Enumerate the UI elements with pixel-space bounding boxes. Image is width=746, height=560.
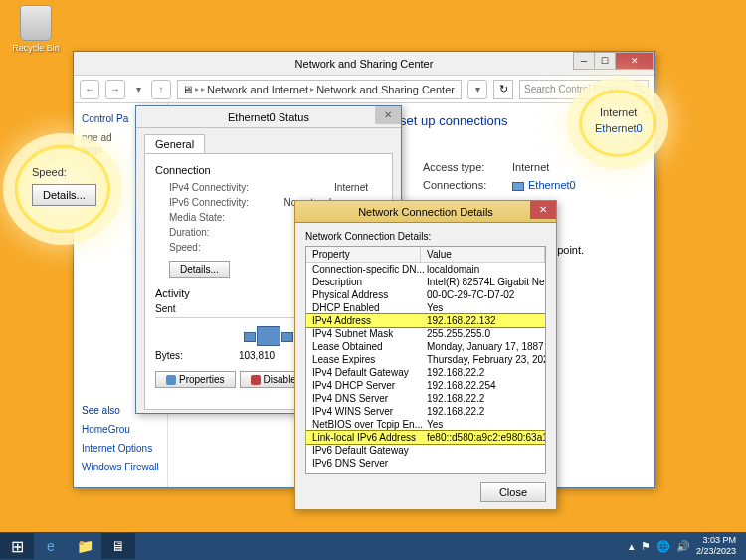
crumb-1[interactable]: Network and Sharing Center	[316, 84, 455, 95]
history-dropdown[interactable]: ▾	[131, 80, 145, 99]
list-row[interactable]: IPv4 DNS Server192.168.22.2	[306, 392, 545, 405]
row-value: Thursday, February 23, 2023 3:29:39 PM	[427, 353, 545, 366]
details-button-halo[interactable]: Details...	[32, 184, 96, 206]
taskbar-app[interactable]: 🖥	[101, 533, 135, 559]
connection-group-label: Connection	[155, 164, 382, 176]
list-row[interactable]: IPv6 Default Gateway	[306, 444, 545, 457]
clock-time: 3:03 PM	[696, 535, 736, 546]
start-button[interactable]: ⊞	[0, 533, 34, 559]
list-row[interactable]: Lease ObtainedMonday, January 17, 1887 2…	[306, 340, 545, 353]
tray-up-icon[interactable]: ▴	[629, 540, 635, 553]
list-row[interactable]: IPv6 DNS Server	[306, 457, 545, 469]
details-button[interactable]: Details...	[169, 261, 230, 278]
list-row[interactable]: IPv4 WINS Server192.168.22.2	[306, 405, 545, 418]
row-property: Lease Obtained	[306, 340, 427, 353]
row-property: Connection-specific DN...	[306, 263, 427, 276]
row-label: IPv6 Connectivity:	[155, 195, 265, 210]
highlight-details: Speed: Details...	[15, 145, 110, 233]
row-value	[427, 457, 545, 469]
row-value: 192.168.22.254	[427, 379, 545, 392]
list-row[interactable]: IPv4 Address192.168.22.132	[306, 314, 545, 327]
row-property: NetBIOS over Tcpip En...	[306, 418, 427, 431]
row-value: Intel(R) 82574L Gigabit Network Connect	[427, 276, 545, 288]
forward-button[interactable]: →	[105, 80, 125, 99]
volume-icon[interactable]: 🔊	[676, 540, 690, 553]
row-property: Lease Expires	[306, 353, 427, 366]
crumb-0[interactable]: Network and Internet	[207, 84, 308, 95]
ethernet0-link[interactable]: Ethernet0	[512, 176, 576, 194]
connection-details-window: Network Connection Details ✕ Network Con…	[294, 200, 557, 510]
col-property[interactable]: Property	[306, 247, 421, 262]
row-label: IPv4 Connectivity:	[155, 180, 265, 195]
ethernet-icon	[512, 182, 524, 191]
list-header[interactable]: Property Value	[306, 247, 545, 263]
internet-options-link[interactable]: Internet Options	[82, 443, 159, 454]
activity-icon	[257, 326, 280, 346]
recycle-bin-label: Recycle Bin	[12, 43, 60, 53]
connection-row: IPv4 Connectivity:Internet	[155, 180, 382, 195]
row-property: IPv4 Subnet Mask	[306, 327, 427, 340]
titlebar[interactable]: Ethernet0 Status ✕	[136, 106, 401, 128]
ethernet0-link-halo[interactable]: Ethernet0	[595, 122, 643, 134]
ie-button[interactable]: e	[34, 533, 68, 559]
row-value: Yes	[427, 418, 545, 431]
list-row[interactable]: DescriptionIntel(R) 82574L Gigabit Netwo…	[306, 276, 545, 288]
row-label: Media State:	[155, 210, 265, 225]
titlebar[interactable]: Network Connection Details ✕	[295, 201, 556, 223]
details-list[interactable]: Property Value Connection-specific DN...…	[305, 246, 546, 474]
flag-icon[interactable]: ⚑	[641, 540, 651, 553]
row-label: Speed:	[155, 240, 265, 255]
row-property: Link-local IPv6 Address	[306, 431, 427, 444]
clock[interactable]: 3:03 PM 2/23/2023	[696, 535, 742, 557]
row-value: 192.168.22.2	[427, 392, 545, 405]
row-label: Duration:	[155, 225, 265, 240]
recycle-bin[interactable]: Recycle Bin	[12, 5, 60, 53]
up-button[interactable]: ↑	[151, 80, 171, 99]
list-row[interactable]: DHCP EnabledYes	[306, 301, 545, 314]
minimize-button[interactable]: ─	[573, 52, 595, 70]
titlebar[interactable]: Network and Sharing Center ─ ☐ ✕	[74, 52, 654, 76]
col-value[interactable]: Value	[421, 247, 545, 262]
row-value: 192.168.22.2	[427, 366, 545, 379]
refresh-button[interactable]: ↻	[493, 80, 513, 99]
homegroup-link[interactable]: HomeGrou	[82, 424, 159, 435]
breadcrumb-dropdown[interactable]: ▾	[467, 80, 487, 99]
close-button[interactable]: ✕	[375, 106, 401, 124]
row-property: IPv4 DNS Server	[306, 392, 427, 405]
list-row[interactable]: IPv4 DHCP Server192.168.22.254	[306, 379, 545, 392]
list-row[interactable]: Link-local IPv6 Addressfe80::d580:a9c2:e…	[306, 431, 545, 444]
close-button[interactable]: ✕	[615, 52, 654, 70]
row-value	[427, 444, 545, 457]
properties-button[interactable]: Properties	[155, 371, 236, 388]
system-tray[interactable]: ▴ ⚑ 🌐 🔊 3:03 PM 2/23/2023	[629, 532, 746, 560]
list-row[interactable]: IPv4 Default Gateway192.168.22.2	[306, 366, 545, 379]
close-button-dialog[interactable]: Close	[480, 482, 546, 502]
list-row[interactable]: Physical Address00-0C-29-7C-D7-02	[306, 288, 545, 301]
row-property: IPv4 Default Gateway	[306, 366, 427, 379]
maximize-button[interactable]: ☐	[594, 52, 616, 70]
properties-icon	[166, 375, 176, 385]
internet-label: Internet	[600, 106, 637, 118]
tab-general[interactable]: General	[144, 134, 205, 153]
row-property: Physical Address	[306, 288, 427, 301]
breadcrumb[interactable]: 🖥 ▸ ▸ Network and Internet ▸ Network and…	[177, 80, 462, 99]
row-property: IPv4 DHCP Server	[306, 379, 427, 392]
bytes-sent: 103,810	[215, 350, 298, 361]
bytes-label: Bytes:	[155, 350, 215, 361]
taskbar[interactable]: ⊞ e 📁 🖥 ▴ ⚑ 🌐 🔊 3:03 PM 2/23/2023	[0, 532, 746, 560]
row-value: Monday, January 17, 1887 2:16:25 PM	[427, 340, 545, 353]
close-button[interactable]: ✕	[530, 201, 556, 219]
row-value: fe80::d580:a9c2:e980:63a1%3	[427, 431, 545, 444]
window-title: Network and Sharing Center	[295, 58, 434, 70]
row-value: Yes	[427, 301, 545, 314]
explorer-button[interactable]: 📁	[68, 533, 101, 559]
pc-icon: 🖥	[182, 84, 193, 95]
list-row[interactable]: IPv4 Subnet Mask255.255.255.0	[306, 327, 545, 340]
back-button[interactable]: ←	[80, 80, 99, 99]
list-row[interactable]: NetBIOS over Tcpip En...Yes	[306, 418, 545, 431]
list-row[interactable]: Connection-specific DN...localdomain	[306, 263, 545, 276]
row-property: IPv6 Default Gateway	[306, 444, 427, 457]
network-icon[interactable]: 🌐	[656, 540, 670, 553]
list-row[interactable]: Lease ExpiresThursday, February 23, 2023…	[306, 353, 545, 366]
windows-firewall-link[interactable]: Windows Firewall	[82, 462, 159, 472]
